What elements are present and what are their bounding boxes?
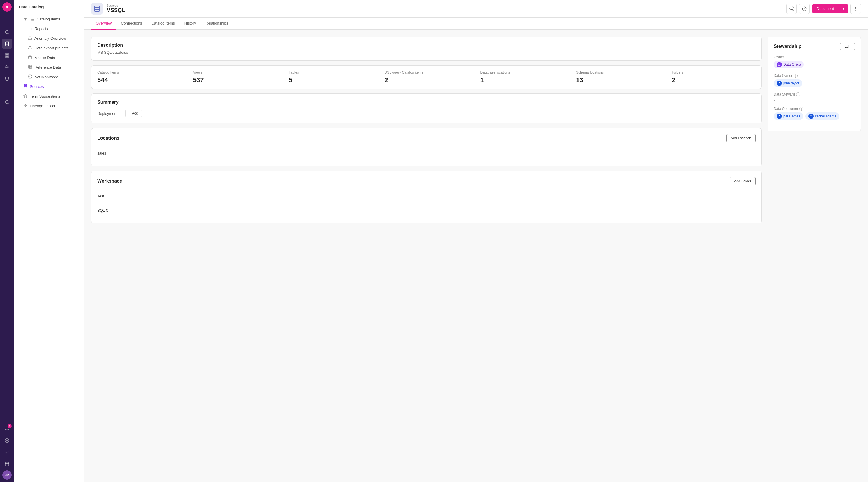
main-content: Sources MSSQL Document ▼ Overview Connec… — [84, 0, 868, 482]
consumer-chip-0[interactable]: paul.james — [774, 113, 803, 120]
stat-catalog-items[interactable]: Catalog Items 544 — [91, 66, 187, 89]
data-steward-info-icon: i — [796, 92, 800, 96]
description-text: MS SQL database — [97, 50, 755, 55]
sidebar-item-not-monitored[interactable]: Not Monitored — [14, 72, 84, 82]
stat-label: Folders — [672, 70, 755, 74]
svg-point-53 — [779, 82, 779, 83]
sidebar-item-master-data[interactable]: Master Data — [14, 53, 84, 62]
nav-grid[interactable] — [2, 50, 12, 61]
nav-check[interactable] — [2, 447, 12, 457]
svg-point-33 — [792, 7, 793, 8]
owner-chip[interactable]: Data Office — [774, 61, 804, 68]
svg-point-48 — [751, 197, 751, 197]
nav-chart[interactable] — [2, 85, 12, 96]
stat-folders[interactable]: Folders 2 — [666, 66, 762, 89]
nav-calendar[interactable] — [2, 459, 12, 469]
owner-label: Owner — [774, 55, 855, 59]
sidebar-item-data-export[interactable]: Data export projects — [14, 43, 84, 53]
stat-value: 537 — [193, 76, 277, 84]
data-steward-section: Data Steward i - — [774, 92, 855, 102]
tab-catalog-items[interactable]: Catalog Items — [147, 18, 179, 30]
add-location-button[interactable]: Add Location — [726, 134, 755, 142]
tab-overview[interactable]: Overview — [91, 18, 116, 30]
more-options-button[interactable] — [850, 3, 861, 14]
location-more-button[interactable] — [746, 149, 755, 157]
tab-relationships[interactable]: Relationships — [200, 18, 233, 30]
data-steward-label: Data Steward i — [774, 92, 855, 96]
tab-history[interactable]: History — [180, 18, 200, 30]
tab-connections[interactable]: Connections — [116, 18, 147, 30]
not-monitored-icon — [28, 74, 32, 80]
svg-rect-3 — [7, 54, 9, 55]
svg-point-12 — [6, 440, 8, 441]
stat-db-locations[interactable]: Database locations 1 — [474, 66, 570, 89]
nav-settings[interactable] — [2, 435, 12, 446]
stat-label: Database locations — [480, 70, 564, 74]
nav-shield[interactable] — [2, 73, 12, 84]
sidebar-item-label: Reference Data — [34, 65, 61, 69]
content-area: Description MS SQL database Catalog Item… — [84, 30, 868, 482]
data-owner-section: Data Owner i john.taylor — [774, 73, 855, 88]
stewardship-title: Stewardship — [774, 44, 801, 49]
expand-icon: ▼ — [23, 17, 27, 22]
share-button[interactable] — [786, 3, 797, 14]
workspace-more-button[interactable] — [746, 206, 755, 214]
summary-row: Deployment + Add — [97, 110, 755, 117]
svg-point-42 — [856, 10, 856, 10]
data-owner-name: john.taylor — [783, 81, 799, 85]
stat-value: 2 — [385, 76, 468, 84]
term-suggestions-icon — [23, 94, 27, 99]
svg-line-1 — [8, 33, 9, 34]
sidebar-item-label: Reports — [34, 27, 48, 31]
data-owner-label: Data Owner i — [774, 73, 855, 78]
nav-bell[interactable]: 1 — [2, 424, 12, 434]
user-avatar[interactable]: JR — [2, 470, 12, 480]
nav-home[interactable]: ⌂ — [2, 15, 12, 26]
nav-search2[interactable] — [2, 97, 12, 108]
stat-label: DSL query Catalog items — [385, 70, 468, 74]
sidebar-item-catalog-items[interactable]: ▼ Catalog Items — [14, 14, 84, 24]
consumer-chips: paul.james rachel.adams — [774, 113, 855, 121]
stat-dsl-query[interactable]: DSL query Catalog items 2 — [379, 66, 474, 89]
consumer-chip-icon — [777, 114, 782, 119]
lineage-import-icon — [23, 103, 27, 109]
document-dropdown-button[interactable]: ▼ — [838, 4, 848, 13]
data-consumer-info-icon: i — [799, 107, 803, 111]
svg-point-50 — [751, 209, 751, 210]
svg-point-41 — [856, 8, 856, 9]
summary-title: Summary — [97, 100, 755, 105]
location-item: sales — [97, 146, 755, 160]
help-button[interactable] — [799, 3, 810, 14]
add-folder-button[interactable]: Add Folder — [730, 177, 755, 185]
edit-stewardship-button[interactable]: Edit — [840, 43, 855, 50]
sidebar-item-term-suggestions[interactable]: Term Suggestions — [14, 91, 84, 101]
sidebar-item-reports[interactable]: Reports — [14, 24, 84, 34]
stat-views[interactable]: Views 537 — [187, 66, 283, 89]
svg-point-30 — [24, 84, 27, 86]
svg-line-11 — [8, 103, 9, 104]
sidebar-item-reference-data[interactable]: Reference Data — [14, 62, 84, 72]
description-card: Description MS SQL database — [91, 36, 762, 61]
nav-catalog[interactable] — [2, 38, 12, 49]
data-owner-chip[interactable]: john.taylor — [774, 80, 802, 87]
stat-schema-locations[interactable]: Schema locations 13 — [570, 66, 666, 89]
locations-header: Locations Add Location — [97, 134, 755, 142]
add-deployment-button[interactable]: + Add — [125, 110, 142, 117]
sidebar-item-lineage-import[interactable]: Lineage Import — [14, 101, 84, 111]
stat-tables[interactable]: Tables 5 — [283, 66, 379, 89]
stat-label: Views — [193, 70, 277, 74]
workspace-more-button[interactable] — [746, 192, 755, 200]
app-logo[interactable]: a — [2, 2, 12, 12]
data-owner-chip-icon — [777, 81, 782, 86]
stat-value: 5 — [289, 76, 373, 84]
reference-data-icon — [28, 65, 32, 70]
breadcrumb-parent: Sources — [106, 4, 125, 7]
stat-label: Tables — [289, 70, 373, 74]
consumer-chip-1[interactable]: rachel.adams — [806, 113, 839, 120]
sidebar-item-anomaly[interactable]: Anomaly Overview — [14, 34, 84, 43]
nav-search[interactable] — [2, 27, 12, 37]
locations-card: Locations Add Location sales — [91, 128, 762, 166]
document-button[interactable]: Document — [812, 4, 838, 13]
sidebar-item-sources[interactable]: Sources — [14, 82, 84, 91]
nav-people[interactable] — [2, 62, 12, 72]
